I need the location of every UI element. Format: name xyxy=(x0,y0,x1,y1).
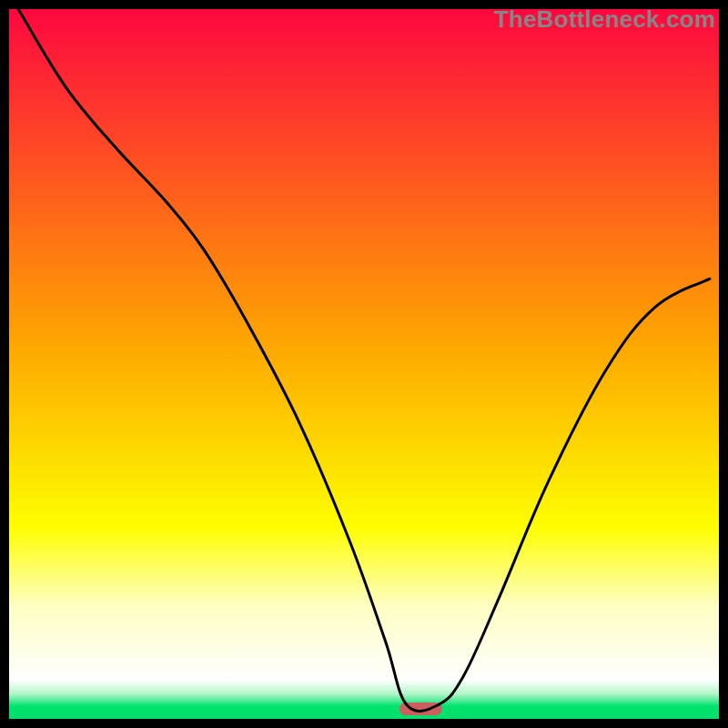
chart-frame: TheBottleneck.com xyxy=(0,0,728,728)
watermark-text: TheBottleneck.com xyxy=(494,5,715,34)
bottleneck-chart xyxy=(0,0,728,728)
plot-background xyxy=(9,9,719,719)
